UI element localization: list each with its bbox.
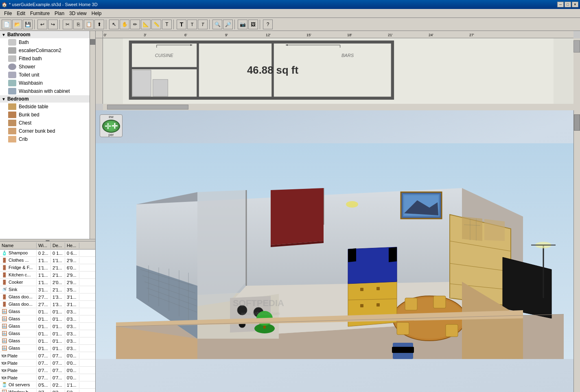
item-toilet[interactable]: Toilet unit bbox=[0, 71, 90, 79]
navigation-controls[interactable]: ew ✛ per bbox=[100, 114, 121, 136]
svg-rect-50 bbox=[433, 296, 446, 308]
undo-btn[interactable]: ↩ bbox=[37, 20, 47, 29]
svg-rect-58 bbox=[376, 287, 380, 290]
menu-edit[interactable]: Edit bbox=[14, 10, 28, 17]
shower-icon bbox=[8, 64, 16, 70]
table-row[interactable]: 🚪 Glass doo... 2'7... 1'3... 3'1... bbox=[0, 293, 95, 301]
plan-scrollbar-vertical[interactable] bbox=[573, 38, 580, 104]
main-layout: ▼ Bathroom Bath escalierColimacon2 Fitte… bbox=[0, 31, 580, 392]
table-row[interactable]: 🪟 Glass 0'1... 0'1... 0'3... bbox=[0, 345, 95, 352]
sep7 bbox=[260, 20, 261, 29]
menu-file[interactable]: File bbox=[2, 10, 14, 17]
table-row[interactable]: 🧴 Shampoo 0 2... 0 1... 0 6... bbox=[0, 250, 95, 257]
compass-cross: ✛ bbox=[112, 122, 118, 131]
photo-btn[interactable]: 📷 bbox=[238, 20, 247, 29]
minimize-btn[interactable]: ─ bbox=[557, 2, 564, 7]
expand-icon: ▼ bbox=[2, 33, 6, 37]
pan-btn[interactable]: ✋ bbox=[120, 20, 129, 29]
svg-marker-62 bbox=[348, 248, 356, 262]
table-row[interactable]: 🚪 Fridge & F... 1'1... 2'1... 6'0... bbox=[0, 264, 95, 272]
item-crib[interactable]: Crib bbox=[0, 135, 90, 143]
text-btn[interactable]: T bbox=[162, 20, 172, 29]
table-row[interactable]: 🚪 Glass doo... 2'7... 1'3... 3'1... bbox=[0, 301, 95, 308]
copy-btn[interactable]: ⎘ bbox=[73, 20, 83, 29]
import-btn[interactable]: ⬆ bbox=[94, 20, 104, 29]
select-btn[interactable]: ↖ bbox=[109, 20, 119, 29]
table-row[interactable]: 🪟 Glass 0'1... 0'1... 0'3... bbox=[0, 330, 95, 337]
textA-btn[interactable]: T bbox=[177, 20, 186, 29]
draw-btn[interactable]: ✏ bbox=[130, 20, 140, 29]
plan-scrollbar-horizontal[interactable] bbox=[103, 104, 573, 110]
svg-marker-69 bbox=[484, 219, 505, 241]
plan-scrollbar-corner bbox=[573, 104, 580, 110]
nav-compass[interactable]: ✛ bbox=[102, 120, 120, 133]
cut-btn[interactable]: ✂ bbox=[63, 20, 72, 29]
table-row[interactable]: 🚪 Clothes ... 1'1... 1'1... 2'9... bbox=[0, 257, 95, 264]
svg-rect-49 bbox=[405, 298, 417, 310]
bedside-icon bbox=[8, 103, 16, 110]
app-icon: 🏠 bbox=[2, 2, 7, 7]
plan-view[interactable]: 0' 3' 6' 9' 12' 15' 18' 21' 24' 27' bbox=[96, 31, 580, 110]
item-bunk-bed[interactable]: Bunk bed bbox=[0, 111, 90, 119]
svg-point-78 bbox=[346, 201, 358, 208]
table-row[interactable]: 🪟 Glass 0'1... 0'1... 0'3... bbox=[0, 323, 95, 330]
table-row[interactable]: 🪟 Glass 0'1... 0'1... 0'3... bbox=[0, 337, 95, 345]
svg-rect-0 bbox=[123, 38, 554, 104]
table-row[interactable]: 🪟 Glass 0'1... 0'1... 0'3... bbox=[0, 315, 95, 323]
category-bedroom[interactable]: ▼ Bedroom bbox=[0, 95, 90, 103]
table-row[interactable]: 🚪 Kitchen c... 1'1... 2'1... 2'9... bbox=[0, 272, 95, 279]
menu-3dview[interactable]: 3D view bbox=[67, 10, 89, 17]
table-row[interactable]: 🍽 Plate 0'7... 0'7... 0'0... bbox=[0, 352, 95, 359]
house-3d-svg: SOFTPEDIA www.softpedia.com bbox=[96, 110, 580, 392]
item-washbasin-cabinet[interactable]: Washbasin with cabinet bbox=[0, 87, 90, 95]
view3d-scrollbar-v[interactable] bbox=[573, 110, 580, 392]
table-row[interactable]: 🍽 Plate 0'7... 0'7... 0'0... bbox=[0, 367, 95, 374]
table-row[interactable]: 🚿 Sink 3'1... 2'1... 3'5... bbox=[0, 286, 95, 293]
close-btn[interactable]: ✕ bbox=[572, 2, 578, 7]
new-btn[interactable]: 📄 bbox=[2, 20, 11, 29]
item-bath[interactable]: Bath bbox=[0, 38, 90, 46]
svg-rect-54 bbox=[392, 347, 414, 353]
open-btn[interactable]: 📂 bbox=[12, 20, 22, 29]
textC-btn[interactable]: T bbox=[198, 20, 208, 29]
textB-btn[interactable]: T bbox=[187, 20, 197, 29]
plan-canvas[interactable]: CUISINE BARS 46.88 sq ft bbox=[103, 38, 573, 104]
zoom-in-btn[interactable]: 🔍 bbox=[212, 20, 222, 29]
table-row[interactable]: 🫙 Oil servers 0'5... 0'2... 1'1... bbox=[0, 381, 95, 389]
item-chest[interactable]: Chest bbox=[0, 119, 90, 127]
save-btn[interactable]: 💾 bbox=[23, 20, 33, 29]
table-row[interactable]: 🚪 Cooker 1'1... 2'0... 2'9... bbox=[0, 279, 95, 286]
item-shower[interactable]: Shower bbox=[0, 63, 90, 71]
table-row[interactable]: 🪟 Glass 0'1... 0'1... 0'3... bbox=[0, 308, 95, 315]
draw3-btn[interactable]: 📏 bbox=[151, 20, 161, 29]
menu-help[interactable]: Help bbox=[89, 10, 104, 17]
maximize-btn[interactable]: □ bbox=[565, 2, 571, 7]
washbasincabinet-icon bbox=[8, 88, 16, 94]
redo-btn[interactable]: ↪ bbox=[48, 20, 58, 29]
table-row[interactable]: 🍽 Plate 0'7... 0'7... 0'0... bbox=[0, 359, 95, 367]
sep6 bbox=[234, 20, 236, 29]
menu-plan[interactable]: Plan bbox=[52, 10, 67, 17]
furniture-table[interactable]: 🧴 Shampoo 0 2... 0 1... 0 6... 🚪 Clothes… bbox=[0, 250, 95, 392]
item-fitted-bath[interactable]: Fitted bath bbox=[0, 55, 90, 63]
help-btn[interactable]: ? bbox=[263, 20, 273, 29]
item-bedside-table[interactable]: Bedside table bbox=[0, 103, 90, 111]
item-corner-bunk[interactable]: Corner bunk bed bbox=[0, 127, 90, 135]
zoom-out-btn[interactable]: 🔎 bbox=[223, 20, 233, 29]
category-bathroom[interactable]: ▼ Bathroom bbox=[0, 31, 90, 38]
sep4 bbox=[173, 20, 175, 29]
furniture-tree[interactable]: ▼ Bathroom Bath escalierColimacon2 Fitte… bbox=[0, 31, 90, 239]
table-row[interactable]: 🍽 Plate 0'7... 0'7... 0'0... bbox=[0, 374, 95, 381]
tree-scrollbar[interactable] bbox=[90, 31, 95, 239]
item-escalier[interactable]: escalierColimacon2 bbox=[0, 46, 90, 55]
menu-furniture[interactable]: Furniture bbox=[28, 10, 52, 17]
table-row[interactable]: 🪟 Window b... 2'7... 0'3... 5'2... bbox=[0, 389, 95, 392]
sep5 bbox=[209, 20, 211, 29]
svg-rect-15 bbox=[153, 79, 168, 96]
paste-btn[interactable]: 📋 bbox=[84, 20, 94, 29]
view-3d[interactable]: ew ✛ per bbox=[96, 110, 580, 392]
bunkbed-icon bbox=[8, 112, 16, 118]
item-washbasin[interactable]: Washbasin bbox=[0, 79, 90, 87]
video-btn[interactable]: 🖼 bbox=[248, 20, 258, 29]
draw2-btn[interactable]: 📐 bbox=[141, 20, 151, 29]
